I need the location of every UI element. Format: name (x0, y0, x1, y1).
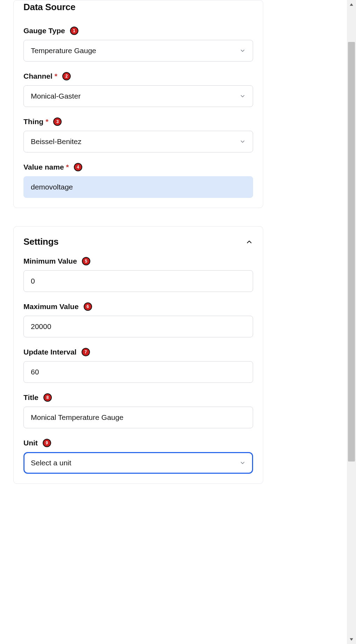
update-interval-field: Update Interval 7 (23, 348, 253, 383)
minimum-value-input[interactable] (23, 270, 253, 292)
channel-required-asterisk: * (55, 72, 57, 80)
update-interval-input[interactable] (23, 361, 253, 383)
thing-value: Beissel-Benitez (31, 137, 82, 146)
unit-select[interactable]: Select a unit (23, 452, 253, 474)
form-viewport: Data Source Gauge Type 1 Temperature Gau… (0, 0, 277, 644)
data-source-card: Data Source Gauge Type 1 Temperature Gau… (13, 0, 263, 208)
minimum-value-label: Minimum Value (23, 257, 77, 265)
minimum-value-label-row: Minimum Value 5 (23, 257, 253, 265)
thing-select[interactable]: Beissel-Benitez (23, 131, 253, 152)
value-name-badge: 4 (74, 163, 82, 171)
scroll-up-arrow-icon[interactable] (347, 0, 356, 9)
page-background (277, 0, 347, 644)
chevron-down-icon (239, 138, 246, 145)
unit-badge: 9 (43, 439, 51, 447)
chevron-down-icon (239, 48, 246, 54)
thing-label: Thing (23, 117, 43, 126)
thing-badge: 3 (53, 117, 62, 126)
vertical-scrollbar[interactable] (347, 0, 356, 644)
minimum-value-badge: 5 (82, 257, 90, 265)
settings-title: Settings (23, 236, 58, 247)
gauge-type-value: Temperature Gauge (31, 46, 96, 55)
data-source-title: Data Source (23, 2, 253, 13)
settings-header: Settings (23, 236, 253, 247)
chevron-up-icon[interactable] (245, 238, 253, 246)
gauge-type-select[interactable]: Temperature Gauge (23, 40, 253, 62)
maximum-value-field: Maximum Value 6 (23, 302, 253, 337)
title-label-row: Title 8 (23, 393, 253, 402)
title-field-label: Title (23, 393, 39, 402)
channel-badge: 2 (62, 72, 71, 80)
maximum-value-input[interactable] (23, 316, 253, 337)
scroll-down-arrow-icon[interactable] (347, 635, 356, 644)
channel-label-row: Channel * 2 (23, 72, 253, 80)
thing-required-asterisk: * (46, 117, 48, 126)
settings-card: Settings Minimum Value 5 Maximum Value 6… (13, 226, 263, 484)
thing-label-row: Thing * 3 (23, 117, 253, 126)
value-name-field: Value name * 4 (23, 163, 253, 198)
title-badge: 8 (43, 393, 52, 402)
gauge-type-label-row: Gauge Type 1 (23, 27, 253, 35)
value-name-label-row: Value name * 4 (23, 163, 253, 171)
channel-value: Monical-Gaster (31, 92, 81, 100)
thing-field: Thing * 3 Beissel-Benitez (23, 117, 253, 152)
unit-label-row: Unit 9 (23, 439, 253, 447)
update-interval-label-row: Update Interval 7 (23, 348, 253, 356)
scroll-thumb[interactable] (348, 42, 355, 461)
unit-placeholder: Select a unit (31, 459, 71, 467)
svg-marker-1 (350, 638, 353, 641)
scroll-track[interactable] (347, 9, 356, 635)
chevron-down-icon (239, 460, 246, 466)
maximum-value-label-row: Maximum Value 6 (23, 302, 253, 311)
title-field: Title 8 (23, 393, 253, 428)
gauge-type-badge: 1 (70, 27, 78, 35)
minimum-value-field: Minimum Value 5 (23, 257, 253, 292)
gauge-type-field: Gauge Type 1 Temperature Gauge (23, 27, 253, 62)
maximum-value-badge: 6 (84, 302, 92, 311)
channel-field: Channel * 2 Monical-Gaster (23, 72, 253, 107)
update-interval-badge: 7 (82, 348, 90, 356)
value-name-label: Value name (23, 163, 64, 171)
unit-field: Unit 9 Select a unit (23, 439, 253, 474)
channel-label: Channel (23, 72, 53, 80)
value-name-input[interactable] (23, 176, 253, 198)
value-name-required-asterisk: * (66, 163, 69, 171)
title-input[interactable] (23, 407, 253, 428)
update-interval-label: Update Interval (23, 348, 77, 356)
gauge-type-label: Gauge Type (23, 27, 65, 35)
svg-marker-0 (350, 3, 353, 6)
unit-label: Unit (23, 439, 38, 447)
channel-select[interactable]: Monical-Gaster (23, 85, 253, 107)
maximum-value-label: Maximum Value (23, 302, 79, 311)
chevron-down-icon (239, 93, 246, 99)
